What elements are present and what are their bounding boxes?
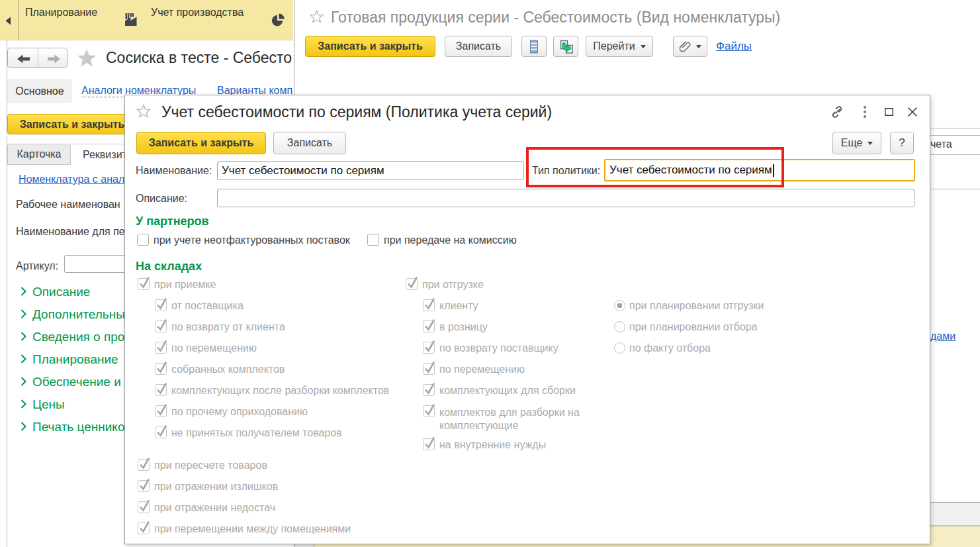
checkbox-b3[interactable] xyxy=(423,342,435,354)
warehouses-header: На складах xyxy=(136,260,202,274)
description-input[interactable] xyxy=(217,189,914,207)
forward-button[interactable] xyxy=(38,48,68,68)
arrow-left-icon xyxy=(17,54,30,64)
checkbox-a3[interactable] xyxy=(155,342,167,354)
save-close-button-dialog[interactable]: Записать и закрыть xyxy=(136,132,266,154)
radio-plan-selection[interactable] xyxy=(614,321,625,332)
checkbox-s3[interactable] xyxy=(138,501,150,513)
attach-button[interactable] xyxy=(673,36,707,57)
section-row-prices[interactable]: Цены xyxy=(21,397,65,412)
checkbox-b1[interactable] xyxy=(423,299,435,311)
tab-main[interactable]: Основное xyxy=(7,79,72,103)
maximize-button[interactable] xyxy=(882,105,895,119)
collapse-sections-button[interactable] xyxy=(0,0,18,40)
chevron-right-icon xyxy=(21,375,26,389)
chevron-right-icon xyxy=(21,397,26,412)
checkbox-s1[interactable] xyxy=(138,459,150,471)
checkbox-unbilled[interactable] xyxy=(137,234,149,246)
copy-arrow-icon xyxy=(558,39,573,54)
chevron-down-icon xyxy=(868,142,873,145)
save-close-button-right[interactable]: Записать и закрыть xyxy=(305,36,435,57)
chevron-right-icon xyxy=(21,352,26,367)
maximize-icon xyxy=(885,108,893,116)
chevron-down-icon xyxy=(641,45,646,48)
nomenclature-analogs-link[interactable]: Номенклатура с анал xyxy=(19,174,124,185)
sections-panel: Планирование Учет производства xyxy=(0,0,293,40)
left-window-border xyxy=(7,40,7,547)
checkbox-unbilled-label: при учете неотфактурованных поставок xyxy=(154,234,350,246)
checkbox-a2[interactable] xyxy=(155,321,167,332)
checkbox-a6-label: по прочему оприходованию xyxy=(171,406,308,418)
checkbox-commission[interactable] xyxy=(367,234,379,246)
checkbox-s4[interactable] xyxy=(138,522,150,534)
checkbox-b7-label: на внутренние нужды xyxy=(439,439,546,451)
frag-link[interactable]: дами xyxy=(930,330,956,342)
checkbox-a7-label: не принятых получателем товаров xyxy=(171,427,342,439)
checkbox-a4[interactable] xyxy=(155,363,167,375)
list-icon xyxy=(529,40,539,54)
star-filled-icon[interactable] xyxy=(77,48,97,68)
section-tab-planning[interactable]: Планирование xyxy=(25,7,97,19)
checkbox-a5[interactable] xyxy=(155,384,167,396)
checkbox-b6[interactable] xyxy=(423,405,435,417)
checkbox-s2[interactable] xyxy=(138,480,150,492)
back-button[interactable] xyxy=(8,48,38,68)
checkbox-b4[interactable] xyxy=(423,363,435,375)
radio-fact-selection[interactable] xyxy=(614,342,625,354)
section-row-description[interactable]: Описание xyxy=(21,285,90,299)
section-row-producer[interactable]: Сведения о про xyxy=(21,330,124,344)
save-close-button-left[interactable]: Записать и закрыть xyxy=(7,114,137,134)
checkbox-shipment[interactable] xyxy=(406,278,418,290)
section-row-additional[interactable]: Дополнительны xyxy=(21,307,125,322)
name-input[interactable]: Учет себестоимости по сериям xyxy=(217,161,524,180)
section-row-price-tags[interactable]: Печать ценнико xyxy=(21,420,124,434)
checkbox-b2-label: в розницу xyxy=(439,321,488,333)
checkbox-a6[interactable] xyxy=(155,405,167,417)
checkbox-b7[interactable] xyxy=(423,438,435,450)
chain-link-icon xyxy=(830,105,844,119)
checkbox-s2-label: при отражении излишков xyxy=(154,481,278,493)
pie-chart-icon xyxy=(271,13,285,26)
checkbox-a1-label: от поставщика xyxy=(171,300,244,312)
create-based-on-button[interactable] xyxy=(553,36,578,57)
radio-plan-shipment[interactable] xyxy=(614,300,625,311)
description-label: Описание: xyxy=(136,193,187,205)
arrow-right-icon xyxy=(48,54,60,64)
more-button[interactable]: Еще xyxy=(832,132,881,154)
list-button[interactable] xyxy=(521,36,547,57)
star-outline-icon[interactable] xyxy=(310,10,324,23)
checkbox-b1-label: клиенту xyxy=(439,300,478,312)
frag-text: чета xyxy=(930,138,952,150)
partners-header: У партнеров xyxy=(136,215,209,228)
checkbox-b4-label: по перемещению xyxy=(439,364,525,375)
checkbox-b2[interactable] xyxy=(423,321,435,332)
section-row-supply[interactable]: Обеспечение и xyxy=(21,375,121,389)
close-button[interactable] xyxy=(906,105,919,119)
checkbox-s3-label: при отражении недостач xyxy=(154,502,275,514)
checkbox-a1[interactable] xyxy=(155,299,167,311)
dialog-title: Учет себестоимости по сериям (Политика у… xyxy=(161,103,552,121)
goto-button[interactable]: Перейти xyxy=(586,36,653,57)
save-button-dialog[interactable]: Записать xyxy=(273,132,346,154)
name-label: Наименование: xyxy=(136,165,212,177)
files-link[interactable]: Файлы xyxy=(716,40,752,53)
checkbox-a4-label: собранных комплектов xyxy=(171,364,285,375)
kebab-menu-icon xyxy=(864,106,866,118)
working-name-label: Рабочее наименован xyxy=(16,199,120,211)
chevron-right-icon xyxy=(21,285,26,299)
checkbox-b5[interactable] xyxy=(423,384,435,396)
help-button[interactable]: ? xyxy=(890,132,914,154)
save-button-right[interactable]: Записать xyxy=(445,36,512,57)
checkbox-receipt[interactable] xyxy=(138,278,150,290)
star-outline-icon[interactable] xyxy=(136,104,151,118)
print-name-label: Наименование для пе xyxy=(16,226,125,238)
right-window-title: Готовая продукция серии - Себестоимость … xyxy=(331,9,780,26)
dialog-menu-button[interactable] xyxy=(858,105,871,119)
red-annotation-rect xyxy=(526,147,784,187)
subtab-card[interactable]: Карточка xyxy=(7,144,71,165)
factory-icon xyxy=(124,13,137,26)
section-tab-production[interactable]: Учет производства xyxy=(151,7,244,19)
checkbox-a7[interactable] xyxy=(155,426,167,438)
section-row-planning[interactable]: Планирование xyxy=(21,352,118,367)
get-link-button[interactable] xyxy=(830,105,844,119)
